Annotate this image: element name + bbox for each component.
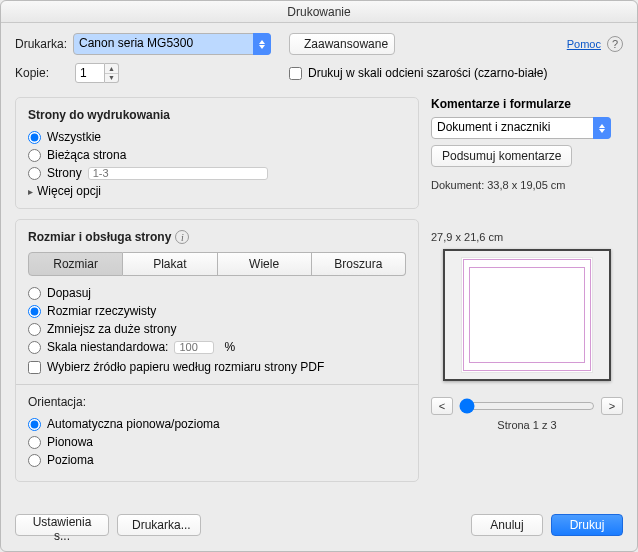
comments-title: Komentarze i formularze <box>431 97 623 111</box>
custom-scale-radio[interactable]: Skala niestandardowa: % <box>28 340 406 354</box>
copies-stepper[interactable]: ▲▼ <box>75 63 119 83</box>
seg-size[interactable]: Rozmiar <box>28 252 123 276</box>
copies-label: Kopie: <box>15 66 69 80</box>
sizing-title: Rozmiar i obsługa strony <box>28 230 171 244</box>
orientation-landscape-radio[interactable]: Pozioma <box>28 453 406 467</box>
print-preview <box>443 249 611 381</box>
window-title: Drukowanie <box>1 1 637 23</box>
grayscale-checkbox[interactable]: Drukuj w skali odcieni szarości (czarno-… <box>289 66 547 80</box>
print-button[interactable]: Drukuj <box>551 514 623 536</box>
stepper-down-icon[interactable]: ▼ <box>105 74 118 83</box>
pages-range-radio[interactable]: Strony <box>28 166 406 180</box>
page-setup-button[interactable]: Ustawienia s... <box>15 514 109 536</box>
pages-range-input[interactable] <box>88 167 268 180</box>
printer-label: Drukarka: <box>15 37 67 51</box>
sizing-panel: Rozmiar i obsługa strony i Rozmiar Plaka… <box>15 219 419 482</box>
orientation-title: Orientacja: <box>28 395 406 409</box>
pages-panel: Strony do wydrukowania Wszystkie Bieżąca… <box>15 97 419 209</box>
seg-booklet[interactable]: Broszura <box>312 252 406 276</box>
help-icon[interactable]: ? <box>607 36 623 52</box>
page-indicator: Strona 1 z 3 <box>431 419 623 431</box>
copies-input[interactable] <box>75 63 105 83</box>
printer-settings-button[interactable]: Drukarka... <box>117 514 201 536</box>
seg-poster[interactable]: Plakat <box>123 252 217 276</box>
orientation-portrait-radio[interactable]: Pionowa <box>28 435 406 449</box>
document-size-label: Dokument: 33,8 x 19,05 cm <box>431 179 623 191</box>
orientation-auto-radio[interactable]: Automatyczna pionowa/pozioma <box>28 417 406 431</box>
actual-radio[interactable]: Rozmiar rzeczywisty <box>28 304 406 318</box>
pages-current-radio[interactable]: Bieżąca strona <box>28 148 406 162</box>
pages-all-radio[interactable]: Wszystkie <box>28 130 406 144</box>
choose-source-checkbox[interactable]: Wybierz źródło papieru według rozmiaru s… <box>28 360 406 374</box>
fit-radio[interactable]: Dopasuj <box>28 286 406 300</box>
advanced-button[interactable]: Zaawansowane <box>289 33 395 55</box>
pages-title: Strony do wydrukowania <box>28 108 406 122</box>
page-slider[interactable] <box>459 398 595 414</box>
sizing-segmented: Rozmiar Plakat Wiele Broszura <box>28 252 406 276</box>
help-link[interactable]: Pomoc <box>567 38 601 50</box>
stepper-up-icon[interactable]: ▲ <box>105 64 118 74</box>
custom-scale-input[interactable] <box>174 341 214 354</box>
shrink-radio[interactable]: Zmniejsz za duże strony <box>28 322 406 336</box>
printer-select[interactable] <box>73 33 271 55</box>
prev-page-button[interactable]: < <box>431 397 453 415</box>
seg-multiple[interactable]: Wiele <box>218 252 312 276</box>
updown-icon <box>253 33 271 55</box>
grayscale-label: Drukuj w skali odcieni szarości (czarno-… <box>308 66 547 80</box>
paper-size-label: 27,9 x 21,6 cm <box>431 231 623 243</box>
updown-icon <box>593 117 611 139</box>
summarize-comments-button[interactable]: Podsumuj komentarze <box>431 145 572 167</box>
info-icon[interactable]: i <box>175 230 189 244</box>
next-page-button[interactable]: > <box>601 397 623 415</box>
comments-select[interactable] <box>431 117 611 139</box>
more-options-disclosure[interactable]: Więcej opcji <box>28 184 406 198</box>
cancel-button[interactable]: Anuluj <box>471 514 543 536</box>
